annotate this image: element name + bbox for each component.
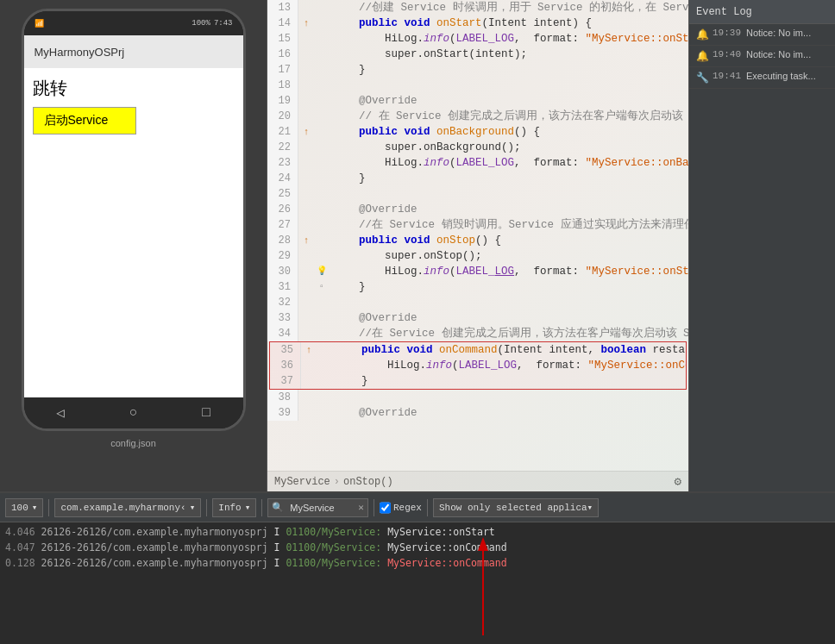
phone-content: 跳转 启动Service xyxy=(24,68,243,397)
phone-title-bar: MyHarmonyOSPrj xyxy=(24,35,243,68)
breadcrumb-file: MyService xyxy=(274,476,330,488)
phone-home-button[interactable]: ○ xyxy=(129,405,138,421)
event-icon-2: 🔧 xyxy=(696,72,709,84)
log-line-0: 4.046 26126-26126/com.example.myharmonyo… xyxy=(5,524,830,540)
package-value: com.example.myharmony‹ xyxy=(60,503,185,513)
phone-device: 📶 100% 7:43 MyHarmonyOSPrj 跳转 启动Service … xyxy=(22,9,246,431)
battery-label: 100% xyxy=(191,19,210,28)
event-time-2: 19:41 xyxy=(713,71,743,81)
event-log-item-2: 🔧 19:41 Executing task... xyxy=(689,67,835,89)
code-line-35: 35 ↑ public void onCommand(Intent intent… xyxy=(270,342,686,358)
log-level-select[interactable]: Info ▾ xyxy=(212,498,256,517)
show-only-chevron: ▾ xyxy=(587,502,593,513)
code-line-28: 28 ↑ public void onStop() { xyxy=(267,233,688,248)
code-line-31: 31 ▫ } xyxy=(267,279,688,295)
event-text-0: Notice: No im... xyxy=(746,28,811,38)
code-line-29: 29 super.onStop(); xyxy=(267,248,688,264)
bottom-toolbar: 100 ▾ com.example.myharmony‹ ▾ Info ▾ 🔍 … xyxy=(0,493,835,522)
code-line-16: 16 super.onStart(intent); xyxy=(267,47,688,62)
search-clear-icon[interactable]: ✕ xyxy=(358,502,364,513)
code-line-23: 23 HiLog.info(LABEL_LOG, format: "MyServ… xyxy=(267,155,688,171)
code-line-30: 30 💡 HiLog.info(LABEL_LOG, format: "MySe… xyxy=(267,264,688,279)
code-line-18: 18 xyxy=(267,78,688,93)
phone-status-bar: 📶 100% 7:43 xyxy=(24,11,243,35)
code-line-38: 38 xyxy=(267,390,688,405)
code-line-19: 19 @Override xyxy=(267,93,688,109)
event-log-item-0: 🔔 19:39 Notice: No im... xyxy=(689,24,835,46)
search-input[interactable] xyxy=(286,498,355,517)
collapse-icon[interactable]: ▫ xyxy=(314,279,330,295)
event-time-1: 19:40 xyxy=(713,49,743,59)
file-label: config.json xyxy=(110,438,156,448)
event-icon-0: 🔔 xyxy=(696,28,709,41)
bottom-panel: 100 ▾ com.example.myharmony‹ ▾ Info ▾ 🔍 … xyxy=(0,491,835,644)
code-line-27: 27 //在 Service 销毁时调用。Service 应通过实现此方法来清理… xyxy=(267,217,688,233)
code-line-20: 20 // 在 Service 创建完成之后调用，该方法在客户端每次启动该 Se… xyxy=(267,109,688,124)
log-line-2: 0.128 26126-26126/com.example.myharmonyo… xyxy=(5,555,830,571)
code-editor[interactable]: 13 //创建 Service 时候调用，用于 Service 的初始化，在 S… xyxy=(267,0,688,471)
settings-gear-icon[interactable]: ⚙ xyxy=(675,474,681,489)
phone-back-button[interactable]: ◁ xyxy=(56,404,65,422)
phone-app-title: MyHarmonyOSPrj xyxy=(35,46,125,59)
code-line-21: 21 ↑ public void onBackground() { xyxy=(267,124,688,140)
api-level-select[interactable]: 100 ▾ xyxy=(5,498,43,517)
search-box[interactable]: 🔍 ✕ xyxy=(267,498,368,517)
phone-nav-bar: ◁ ○ □ xyxy=(24,397,243,428)
api-level-value: 100 xyxy=(11,503,28,513)
code-line-22: 22 super.onBackground(); xyxy=(267,140,688,155)
event-log-title: Event Log xyxy=(689,0,835,24)
code-line-25: 25 xyxy=(267,186,688,202)
event-icon-1: 🔔 xyxy=(696,50,709,63)
show-only-button[interactable]: Show only selected applica ▾ xyxy=(433,498,599,517)
package-select[interactable]: com.example.myharmony‹ ▾ xyxy=(54,498,201,517)
code-line-37: 37 } xyxy=(270,373,686,389)
code-line-33: 33 @Override xyxy=(267,310,688,326)
regex-checkbox-label[interactable]: Regex xyxy=(380,498,422,517)
search-icon: 🔍 xyxy=(272,502,284,513)
event-text-2: Executing task... xyxy=(746,71,816,81)
code-line-32: 32 xyxy=(267,295,688,310)
code-line-14: 14 ↑ public void onStart(Intent intent) … xyxy=(267,16,688,31)
regex-checkbox[interactable] xyxy=(380,498,391,517)
phone-status-left: 📶 xyxy=(35,19,44,28)
code-line-24: 24 } xyxy=(267,171,688,186)
phone-jump-text: 跳转 xyxy=(33,77,235,100)
code-line-34: 34 //在 Service 创建完成之后调用，该方法在客户端每次启动该 Ser… xyxy=(267,326,688,341)
regex-label: Regex xyxy=(393,503,422,513)
event-log-panel: Event Log 🔔 19:39 Notice: No im... 🔔 19:… xyxy=(688,0,835,491)
log-line-1: 4.047 26126-26126/com.example.myharmonyo… xyxy=(5,540,830,555)
signal-icon: 📶 xyxy=(35,19,44,28)
event-time-0: 19:39 xyxy=(713,28,743,38)
code-line-15: 15 HiLog.info(LABEL_LOG, format: "MyServ… xyxy=(267,31,688,47)
phone-panel: 📶 100% 7:43 MyHarmonyOSPrj 跳转 启动Service … xyxy=(0,0,267,491)
phone-status-right: 100% 7:43 xyxy=(191,19,232,28)
code-line-13: 13 //创建 Service 时候调用，用于 Service 的初始化，在 S… xyxy=(267,0,688,16)
log-level-chevron: ▾ xyxy=(245,502,251,513)
code-line-39: 39 @Override xyxy=(267,405,688,421)
code-editor-panel: 13 //创建 Service 时候调用，用于 Service 的初始化，在 S… xyxy=(267,0,688,491)
breadcrumb: MyService › onStop() ⚙ xyxy=(267,471,688,491)
event-log-item-1: 🔔 19:40 Notice: No im... xyxy=(689,46,835,67)
code-line-26: 26 @Override xyxy=(267,202,688,217)
package-chevron: ▾ xyxy=(190,502,196,513)
phone-recents-button[interactable]: □ xyxy=(202,405,210,421)
time-label: 7:43 xyxy=(214,19,233,28)
api-level-chevron: ▾ xyxy=(32,502,38,513)
event-text-1: Notice: No im... xyxy=(746,49,811,59)
log-output: 4.046 26126-26126/com.example.myharmonyo… xyxy=(0,522,835,572)
breadcrumb-method: onStop() xyxy=(343,476,393,488)
code-line-17: 17 } xyxy=(267,62,688,78)
lightbulb-icon: 💡 xyxy=(314,264,330,279)
phone-service-button[interactable]: 启动Service xyxy=(33,107,136,134)
show-only-label: Show only selected applica xyxy=(439,503,587,513)
code-line-36: 36 HiLog.info(LABEL_LOG, format: "MyServ… xyxy=(270,358,686,373)
log-level-value: Info xyxy=(218,503,241,513)
